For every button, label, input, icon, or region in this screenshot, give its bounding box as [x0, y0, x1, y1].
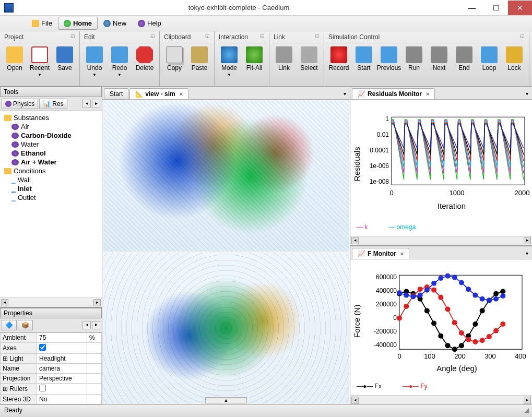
lock-button[interactable]: Lock: [503, 45, 526, 73]
end-button[interactable]: End: [453, 45, 476, 73]
tree-item-outlet[interactable]: ⎯Outlet: [2, 193, 100, 202]
viewport-3d[interactable]: ▲: [102, 100, 350, 404]
lock-icon: [506, 46, 523, 63]
recent-button[interactable]: Recent▼: [28, 45, 51, 78]
tools-tab-physics[interactable]: Physics: [2, 99, 38, 109]
prop-row-name[interactable]: Namecamera: [1, 364, 102, 374]
resize-grip[interactable]: ◢: [524, 407, 528, 415]
fmonitor-tab[interactable]: 📈 F Monitor×: [352, 248, 409, 259]
residuals-hscroll[interactable]: ◂▸: [350, 236, 532, 245]
prop-row-ambient[interactable]: Ambient75%: [1, 333, 102, 343]
properties-tabs-left[interactable]: ◂: [82, 321, 91, 329]
prop-row-stereo-3d[interactable]: Stereo 3DNo: [1, 395, 102, 404]
delete-button[interactable]: Delete: [133, 45, 156, 73]
menu-new[interactable]: New: [98, 17, 132, 30]
dialog-launcher-icon[interactable]: ◱: [260, 33, 265, 41]
menu-help[interactable]: Help: [132, 17, 167, 30]
properties-tab-2[interactable]: 📦: [18, 320, 33, 330]
svg-text:2000: 2000: [515, 189, 530, 197]
properties-tab-1[interactable]: 🔷: [2, 320, 17, 330]
menu-home[interactable]: Home: [58, 17, 98, 30]
ribbon-group-reset: Reset◱Stop: [529, 31, 532, 86]
force-plot[interactable]: Force (N) Angle (deg) 600000400000200000…: [352, 261, 530, 381]
force-legend: —●— Fx —●— Fy: [350, 383, 532, 395]
open-button[interactable]: Open: [3, 45, 26, 73]
tools-tabs-left[interactable]: ◂: [82, 100, 91, 108]
tree-item-inlet[interactable]: ⎯Inlet: [2, 184, 100, 193]
dialog-launcher-icon[interactable]: ◱: [70, 33, 75, 41]
dialog-launcher-icon[interactable]: ◱: [315, 33, 320, 41]
residuals-tab[interactable]: 📈 Residuals Monitor×: [352, 88, 435, 99]
prop-row-projection[interactable]: ProjectionPerspective: [1, 374, 102, 384]
fmonitor-menu[interactable]: ▾: [524, 249, 530, 257]
start-button[interactable]: Start: [352, 45, 375, 73]
next-icon: [431, 46, 447, 63]
tree-folder-conditions[interactable]: Conditions: [2, 166, 100, 175]
dialog-launcher-icon[interactable]: ◱: [205, 33, 210, 41]
tools-tabs-right[interactable]: ▸: [92, 100, 100, 108]
loop-button[interactable]: Loop: [478, 45, 501, 73]
chevron-down-icon: ▼: [117, 73, 122, 77]
menu-file[interactable]: File: [26, 17, 58, 30]
prop-row-axes[interactable]: Axes: [1, 343, 102, 354]
tree-item-water[interactable]: Water: [2, 140, 100, 149]
save-button[interactable]: Save: [53, 45, 76, 73]
properties-table: Ambient75%Axes⊞ LightHeadlightNamecamera…: [0, 332, 102, 404]
tree-item-wall[interactable]: ⎯Wall: [2, 175, 100, 184]
prop-row-light[interactable]: ⊞ LightHeadlight: [1, 354, 102, 364]
atom-icon: [11, 133, 19, 139]
redo-button[interactable]: Redo▼: [108, 45, 131, 78]
svg-point-55: [410, 294, 416, 299]
ribbon-group-link: Link◱LinkSelect: [269, 31, 324, 86]
close-icon[interactable]: ×: [426, 91, 429, 97]
close-icon[interactable]: ×: [180, 91, 183, 97]
chevron-down-icon: ▼: [227, 73, 231, 77]
view-tabs: Start📐 view - sim×▾: [102, 87, 350, 100]
dialog-launcher-icon[interactable]: ◱: [520, 33, 525, 41]
svg-text:0.0001: 0.0001: [370, 147, 389, 154]
close-icon[interactable]: ×: [400, 251, 404, 257]
select-button[interactable]: Select: [298, 45, 321, 73]
link-button[interactable]: Link: [273, 45, 295, 73]
dialog-launcher-icon[interactable]: ◱: [150, 33, 155, 41]
undo-button[interactable]: Undo▼: [83, 45, 106, 78]
paste-button[interactable]: Paste: [188, 45, 211, 73]
viewport-upper[interactable]: [103, 101, 349, 252]
tools-tree[interactable]: SubstancesAirCarbon-DioxideWaterEthanolA…: [0, 111, 102, 297]
record-button[interactable]: Record: [327, 45, 350, 73]
viewport-lower[interactable]: [103, 253, 349, 403]
residuals-plot[interactable]: Residuals Iteration 10.010.00011e-0061e-…: [352, 102, 530, 221]
mode-button[interactable]: Mode▼: [218, 45, 241, 78]
previous-button[interactable]: Previous: [377, 45, 400, 73]
svg-text:200: 200: [454, 352, 466, 360]
run-button[interactable]: Run: [403, 45, 425, 73]
next-button[interactable]: Next: [428, 45, 451, 73]
properties-tabs-right[interactable]: ▸: [92, 321, 100, 329]
loop-icon: [481, 46, 498, 63]
copy-button[interactable]: Copy: [163, 45, 186, 73]
minimize-button[interactable]: —: [460, 1, 484, 15]
tree-item-air[interactable]: Air: [2, 122, 100, 131]
tools-hscroll[interactable]: ◂▸: [0, 297, 102, 307]
tree-item-ethanol[interactable]: Ethanol: [2, 149, 100, 158]
tree-item-carbon-dioxide[interactable]: Carbon-Dioxide: [2, 131, 100, 140]
properties-tabs: 🔷 📦 ◂ ▸: [0, 318, 102, 332]
residuals-menu[interactable]: ▾: [524, 90, 530, 98]
viewport-expand-handle[interactable]: ▲: [205, 397, 247, 403]
maximize-button[interactable]: ☐: [484, 1, 508, 15]
tree-folder-substances[interactable]: Substances: [2, 113, 100, 122]
prop-row-rulers[interactable]: ⊞ Rulers: [1, 384, 102, 395]
svg-point-52: [500, 321, 505, 326]
tree-item-air-water[interactable]: Air + Water: [2, 158, 100, 166]
prop-checkbox[interactable]: [39, 385, 46, 391]
svg-point-54: [404, 292, 409, 297]
prop-checkbox[interactable]: [39, 344, 46, 351]
close-button[interactable]: ✕: [508, 1, 532, 15]
condition-icon: ⎯: [11, 194, 16, 201]
view-tabs-menu[interactable]: ▾: [341, 90, 348, 98]
view-tab-view-sim[interactable]: 📐 view - sim×: [129, 88, 188, 99]
fmonitor-hscroll[interactable]: ◂▸: [350, 395, 532, 404]
view-tab-start[interactable]: Start: [104, 88, 128, 99]
fit-all-button[interactable]: Fit-All: [243, 45, 266, 73]
tools-tab-results[interactable]: 📊 Res: [39, 99, 67, 109]
